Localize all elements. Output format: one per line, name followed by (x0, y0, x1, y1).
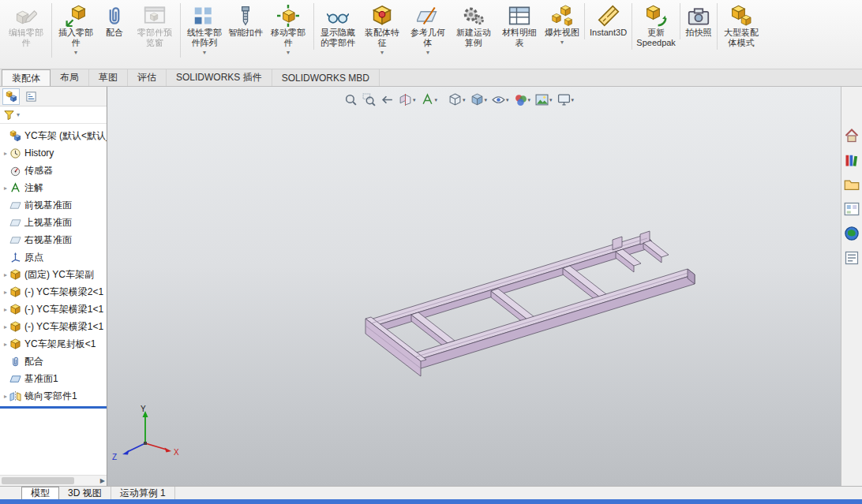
panel-expand-arrow[interactable]: ▶ (100, 477, 105, 484)
tree-item-plane1[interactable]: ▸ 基准面1 (0, 370, 107, 387)
edit-appearance-button[interactable]: ▾ (514, 93, 531, 106)
tree-item-annotations[interactable]: ▸ 注解 (0, 179, 107, 196)
tree-item-tail-plate[interactable]: ▸ YC车架尾封板<1 (0, 335, 107, 353)
tree-item-origin[interactable]: ▸ 原点 (0, 248, 107, 266)
view-orientation-button[interactable]: ▾ (448, 93, 466, 106)
zoom-fit-button[interactable] (344, 93, 358, 106)
tree-item-crossbeam2[interactable]: ▸ (-) YC车架横梁2<1 (0, 283, 107, 301)
tab-sketch[interactable]: 草图 (89, 69, 128, 86)
part-icon (9, 321, 21, 333)
tab-solidworks-mbd[interactable]: SOLIDWORKS MBD (272, 69, 380, 86)
tab-layout[interactable]: 布局 (51, 69, 89, 86)
mirror-icon (9, 390, 21, 402)
annotation-view-icon (421, 93, 434, 106)
move-component-button[interactable]: 移动零部件 ▾ (265, 3, 311, 58)
tree-item-component-fixed[interactable]: ▸ (固定) YC车架副 (0, 266, 107, 283)
annotation-view-button[interactable]: ▾ (421, 93, 438, 106)
tree-item-mirror-component[interactable]: ▸ 镜向零部件1 (0, 387, 107, 405)
snapshot-icon (688, 5, 710, 27)
expand-arrow-icon[interactable]: ▸ (2, 150, 9, 157)
tree-item-history[interactable]: ▸ History (0, 144, 107, 162)
bill-of-materials-button[interactable]: 材料明细表 (497, 3, 542, 50)
bottom-tab-model[interactable]: 模型 (21, 487, 59, 499)
tree-item-label: 传感器 (24, 164, 53, 177)
tree-item-label: (固定) YC车架副 (24, 268, 94, 282)
instant3d-button[interactable]: Instant3D (584, 3, 629, 39)
tree-filter-bar[interactable]: ▾ (0, 106, 107, 124)
taskpane-view-palette-button[interactable] (844, 201, 860, 217)
graphics-area[interactable]: ▾ ▾ ▾ ▾ ▾ ▾ ▾ ▾ Y X Z (107, 87, 841, 486)
document-tab-bar: 模型3D 视图运动算例 1 (0, 486, 862, 499)
expand-arrow-icon[interactable]: ▸ (2, 271, 9, 278)
featuremanager-tab[interactable] (2, 88, 20, 105)
displaymanager-tab[interactable] (22, 88, 39, 105)
plane-icon (9, 234, 21, 246)
tree-item-label: 原点 (24, 251, 43, 264)
edit-component-button[interactable]: 编辑零部件 (3, 3, 49, 50)
assembly-icon (9, 130, 21, 142)
taskpane-design-library-button[interactable] (844, 152, 860, 168)
scrollbar-thumb[interactable] (2, 477, 74, 484)
exploded-view-button[interactable]: 爆炸视图 ▾ (542, 3, 582, 47)
display-style-button[interactable]: ▾ (470, 93, 488, 106)
tree-item-crossbeam1b[interactable]: ▸ (-) YC车架横梁1<1 (0, 318, 107, 335)
show-hidden-components-button[interactable]: 显示隐藏的零部件 (313, 3, 359, 50)
assembly-features-button[interactable]: 装配体特征 ▾ (359, 3, 405, 58)
tab-evaluate[interactable]: 评估 (128, 69, 167, 86)
appearances-icon (844, 226, 860, 241)
instant3d-icon (598, 5, 620, 27)
triad-x-label: X (174, 448, 179, 457)
tree-item-right-plane[interactable]: ▸ 右视基准面 (0, 231, 107, 248)
expand-arrow-icon[interactable]: ▸ (2, 341, 9, 348)
expand-arrow-icon[interactable]: ▸ (2, 289, 9, 296)
bottom-tab-3d-views[interactable]: 3D 视图 (59, 487, 111, 499)
task-pane (841, 87, 862, 486)
expand-arrow-icon[interactable]: ▸ (2, 323, 9, 330)
triad-y-label: Y (141, 405, 146, 413)
ribbon-button-label: 爆炸视图 (545, 28, 579, 38)
tree-item-label: History (24, 147, 54, 159)
chevron-down-icon: ▾ (435, 97, 438, 103)
view-settings-button[interactable]: ▾ (557, 93, 575, 106)
apply-scene-button[interactable]: ▾ (535, 93, 553, 106)
taskpane-appearances-button[interactable] (844, 226, 860, 241)
expand-arrow-icon[interactable]: ▸ (2, 393, 9, 400)
panel-horizontal-scrollbar[interactable]: ▶ (0, 475, 107, 486)
tree-item-top-plane[interactable]: ▸ 上视基准面 (0, 214, 107, 231)
linear-component-pattern-button[interactable]: 线性零部件阵列 ▾ (180, 3, 226, 58)
tab-assembly[interactable]: 装配体 (2, 69, 51, 86)
mate-button[interactable]: 配合 (97, 3, 132, 39)
panel-tab-bar (0, 87, 107, 106)
previous-view-button[interactable] (380, 93, 394, 106)
smart-fasteners-button[interactable]: 智能扣件 (226, 3, 265, 39)
section-view-button[interactable]: ▾ (399, 93, 416, 106)
ribbon-button-label: 零部件预览窗 (134, 28, 175, 48)
tree-item-crossbeam1a[interactable]: ▸ (-) YC车架横梁1<1 (0, 301, 107, 318)
bottom-tab-motion-study[interactable]: 运动算例 1 (111, 487, 175, 499)
zoom-area-button[interactable] (362, 93, 376, 106)
large-assembly-mode-button[interactable]: 大型装配体模式 (717, 3, 763, 50)
chevron-down-icon: ▾ (203, 49, 206, 56)
taskpane-home-button[interactable] (844, 128, 860, 144)
tree-item-mates[interactable]: ▸ 配合 (0, 353, 107, 370)
reference-geometry-button[interactable]: 参考几何体 ▾ (405, 3, 451, 58)
hide-show-items-button[interactable]: ▾ (492, 93, 509, 106)
status-bar (0, 499, 862, 504)
history-icon (9, 147, 21, 159)
tree-item-assembly-root[interactable]: ▸ YC车架 (默认<默认_ (0, 127, 107, 144)
take-snapshot-button[interactable]: 拍快照 (680, 3, 714, 39)
taskpane-file-explorer-button[interactable] (844, 177, 860, 192)
document-tab-label: 模型 (31, 487, 50, 500)
tree-item-label: 右视基准面 (24, 233, 72, 247)
update-speedpak-button[interactable]: 更新 Speedpak (632, 3, 677, 50)
tab-solidworks-addins[interactable]: SOLIDWORKS 插件 (167, 69, 272, 86)
tree-item-front-plane[interactable]: ▸ 前视基准面 (0, 196, 107, 214)
expand-arrow-icon[interactable]: ▸ (2, 306, 9, 313)
insert-components-button[interactable]: 插入零部件 ▾ (51, 3, 97, 58)
taskpane-custom-properties-button[interactable] (844, 250, 860, 266)
assembly-3d-model[interactable] (107, 87, 841, 486)
tree-item-sensors[interactable]: ▸ 传感器 (0, 162, 107, 179)
expand-arrow-icon[interactable]: ▸ (2, 185, 9, 192)
new-motion-study-button[interactable]: 新建运动算例 (451, 3, 497, 50)
component-preview-window-button[interactable]: 零部件预览窗 (132, 3, 178, 50)
